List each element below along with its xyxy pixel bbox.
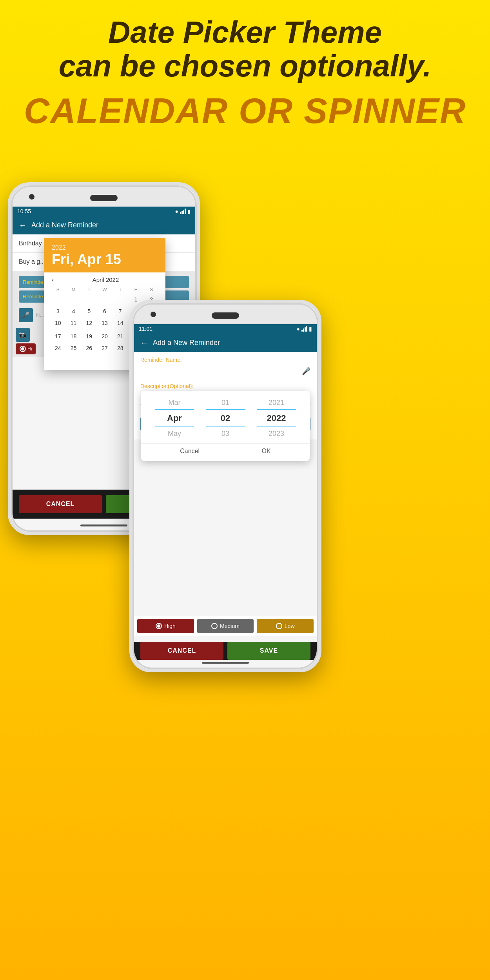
phone2-reminder-name-mic[interactable]: 🎤	[302, 367, 310, 376]
header-line1: Date Picker Theme	[24, 16, 466, 49]
phone1-status-bar: 10:55 ● ▮	[13, 207, 195, 216]
spinner-day-prev: 01	[221, 396, 229, 409]
phone2-time: 11:01	[139, 326, 152, 332]
spinner-day-col: 01 02 03	[206, 396, 245, 440]
phone2-camera	[151, 312, 156, 317]
spinner-month-cur: Apr	[155, 409, 194, 427]
calendar-days-header: SMTWTFS	[50, 287, 159, 292]
phone1-high-radio[interactable]	[20, 346, 26, 352]
phone2-battery-icon: ▮	[309, 326, 312, 332]
phone2-low-radio	[276, 623, 282, 629]
spinner-actions: Cancel OK	[141, 443, 310, 457]
phone1-camera-icon[interactable]: 📷	[16, 328, 30, 342]
phone1-time: 10:55	[17, 208, 31, 214]
phone1-camera	[29, 194, 34, 200]
calendar-date-large: Fri, Apr 15	[52, 251, 158, 268]
phones-area: 10:55 ● ▮ ← Add a New Reminder	[0, 151, 490, 935]
phone2-priority-row: High Medium Low	[134, 616, 317, 636]
spinner-cancel-btn[interactable]: Cancel	[180, 448, 200, 455]
spinner-month-col: Mar Apr May	[155, 396, 194, 440]
header-line2: can be chosen optionally.	[24, 49, 466, 83]
spinner-day-next: 03	[221, 427, 229, 440]
phone2-high-btn[interactable]: High	[137, 619, 194, 633]
phone2-high-radio	[156, 623, 162, 629]
header-section: Date Picker Theme can be chosen optional…	[0, 0, 490, 139]
phone2-nav-bar	[202, 662, 249, 664]
phone1-wifi-icon: ●	[175, 208, 178, 214]
phone2-appbar: ← Add a New Reminder	[134, 334, 317, 352]
calendar-prev-btn[interactable]: ‹	[52, 276, 54, 283]
spinner-month-next: May	[168, 427, 181, 440]
phone1-mic-icon[interactable]: 🎤	[19, 308, 33, 322]
phone2-low-label: Low	[285, 623, 295, 629]
phone1-signal-icon	[180, 209, 186, 214]
calendar-year: 2022	[52, 244, 158, 251]
spinner-year-prev: 2021	[269, 396, 284, 409]
phone1-battery-icon: ▮	[187, 208, 191, 214]
phone1-notch	[90, 195, 118, 201]
phone2-medium-radio	[211, 623, 218, 629]
calendar-month-year: April 2022	[93, 276, 119, 283]
phone2: 11:01 ● ▮ ← Add a New Reminder	[129, 300, 321, 672]
header-line3: CALENDAR OR SPINNER	[24, 91, 466, 131]
phone2-notch	[212, 312, 239, 319]
phone2-reminder-name-label: Reminder Name:	[140, 357, 310, 363]
phone2-low-btn[interactable]: Low	[257, 619, 314, 633]
spinner-year-col: 2021 2022 2023	[257, 396, 296, 440]
phone2-medium-label: Medium	[220, 623, 240, 629]
phone2-description-label: Description(Optional):	[140, 383, 310, 389]
spinner-prev-row: Mar Apr May 01 02 03 2021 2022 2023	[141, 395, 310, 442]
phone1-appbar: ← Add a New Reminder	[13, 216, 195, 234]
calendar-nav: ‹ April 2022	[44, 272, 165, 287]
spinner-year-next: 2023	[269, 427, 284, 440]
spinner-year-cur: 2022	[257, 409, 296, 427]
phone2-reminder-name-input[interactable]: 🎤	[140, 365, 310, 378]
phone2-back-arrow[interactable]: ←	[140, 338, 148, 347]
phone2-spinner-overlay: Mar Apr May 01 02 03 2021 2022 2023	[141, 391, 310, 461]
phone2-signal-icon	[301, 326, 307, 332]
calendar-header: 2022 Fri, Apr 15	[44, 238, 165, 272]
phone1-cancel-button[interactable]: CANCEL	[19, 495, 102, 513]
phone2-medium-btn[interactable]: Medium	[197, 619, 254, 633]
spinner-month-prev: Mar	[169, 396, 181, 409]
spinner-ok-btn[interactable]: OK	[262, 448, 271, 455]
phone2-bottom-buttons: CANCEL SAVE	[134, 642, 317, 660]
phone2-wifi-icon: ●	[297, 326, 300, 332]
spinner-day-cur: 02	[206, 409, 245, 427]
phone2-save-button[interactable]: SAVE	[227, 642, 310, 660]
phone2-high-label: High	[164, 623, 176, 629]
phone1-nav-bar	[80, 524, 127, 526]
phone2-cancel-button[interactable]: CANCEL	[140, 642, 223, 660]
phone1-high-label: Hi	[27, 346, 32, 352]
phone2-status-bar: 11:01 ● ▮	[134, 324, 317, 334]
phone1-back-arrow[interactable]: ←	[19, 221, 27, 230]
phone1-appbar-title: Add a New Reminder	[31, 221, 98, 229]
phone2-appbar-title: Add a New Reminder	[153, 339, 220, 347]
